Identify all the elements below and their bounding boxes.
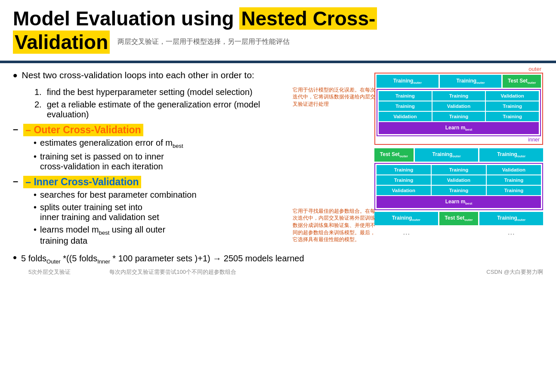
- cell-train-outer-2: Trainingouter: [440, 75, 502, 88]
- inner2-row-2: Training Validation Training: [377, 175, 541, 185]
- inner-sub2a: splits outer training set into: [40, 202, 142, 212]
- cell-v3: Validation: [379, 112, 432, 121]
- cell-train-outer-1: Trainingouter: [377, 75, 439, 88]
- inner2-row-1: Training Training Validation: [377, 165, 541, 175]
- cell-t1: Training: [379, 91, 432, 101]
- bottom-cn-row: 5次外层交叉验证 每次内层交叉验证需要尝试100个不同的超参数组合 CSDN @…: [0, 267, 556, 276]
- third-outer-row: Trainingouter Test Setouter Trainingoute…: [374, 212, 543, 225]
- cell-test-outer-2: Test Setouter: [374, 148, 414, 161]
- outer-cv-box-1: Trainingouter Trainingouter Test Setoute…: [374, 73, 543, 145]
- inner-cv-label: – Inner Cross-Validation: [23, 176, 141, 188]
- numbered-list: 1. find the best hyperparameter setting …: [34, 87, 293, 119]
- cell-t4: Training: [486, 101, 539, 111]
- title-line2: Validation 两层交叉验证，一层用于模型选择，另一层用于性能评估: [13, 31, 543, 54]
- item2-text: get a reliable estimate of the generaliz…: [47, 100, 293, 119]
- cell-t5: Training: [432, 112, 485, 121]
- title-line1: Model Evaluation using Nested Cross-: [13, 8, 543, 30]
- cell-v2: Validation: [432, 101, 485, 111]
- cell-t6: Training: [486, 112, 539, 121]
- cell-train-outer-3: Trainingouter: [415, 148, 479, 161]
- item1-text: find the best hyperparameter setting (mo…: [47, 87, 253, 97]
- numbered-item-1: 1. find the best hyperparameter setting …: [34, 87, 293, 97]
- annotation-inner: 它用于寻找最佳的超参数组合。在每次迭代中，内层交叉验证将外层训练数据分成训练集和…: [293, 208, 377, 243]
- bottom-main-text: • 5 foldsOuter *((5 foldsInner * 100 par…: [13, 251, 543, 265]
- cell-t3: Training: [379, 101, 432, 111]
- inner-row-1: Training Training Validation: [379, 91, 539, 101]
- title-validation: Validation: [13, 31, 110, 54]
- title-highlight: Nested Cross-: [239, 7, 377, 30]
- inner-sub3: • learns model mbest using all outer tra…: [34, 225, 293, 246]
- diagram-area: 它用于估计模型的泛化误差。在每次迭代中，它将训练数据传递给内层交叉验证进行处理 …: [293, 66, 543, 246]
- inner-sub1-text: searches for best parameter combination: [40, 190, 197, 200]
- dash-outer: –: [13, 124, 18, 135]
- bullet-dot-bottom: •: [13, 251, 17, 264]
- inner2-row-3: Validation Training Training: [377, 186, 541, 195]
- inner-cv-box-2: Training Training Validation Training Va…: [374, 163, 543, 210]
- outer-sub2: • training set is passed on to inner cro…: [34, 152, 293, 172]
- inner-label-1: inner: [377, 137, 541, 143]
- outer-sub1-text: estimates generalization error of m: [40, 138, 173, 147]
- subtitle-cn: 两层交叉验证，一层用于模型选择，另一层用于性能评估: [117, 37, 290, 46]
- learn-row-2: Learn mbest: [377, 196, 541, 208]
- csdn-text: CSDN @大白要努力啊: [486, 268, 543, 276]
- header: Model Evaluation using Nested Cross- Val…: [0, 0, 556, 57]
- cn2-text: 每次内层交叉验证需要尝试100个不同的超参数组合: [109, 268, 236, 276]
- outer-sub2b: cross-validation in each iteration: [40, 162, 163, 171]
- cell-t2: Training: [432, 91, 485, 101]
- inner-sub-bullets: • searches for best parameter combinatio…: [34, 190, 293, 246]
- outer-cv-label: – Outer Cross-Validation: [23, 124, 143, 136]
- left-content: • Nest two cross-validation loops into e…: [13, 70, 293, 246]
- cell-train-outer-4: Trainingouter: [479, 148, 543, 161]
- cell-v1: Validation: [486, 91, 539, 101]
- inner-cv-section: – – Inner Cross-Validation: [13, 176, 293, 188]
- outer-sub-bullets: • estimates generalization error of mbes…: [34, 138, 293, 172]
- outer-sub1: • estimates generalization error of mbes…: [34, 138, 293, 149]
- inner-sub2: • splits outer training set into inner t…: [34, 202, 293, 222]
- title-text: Model Evaluation using: [13, 7, 239, 30]
- ellipsis-row: ... ...: [374, 226, 543, 238]
- numbered-item-2: 2. get a reliable estimate of the genera…: [34, 100, 293, 119]
- bottom-rest-text: * 100 parameter sets )+1) → 2505 models …: [112, 254, 304, 263]
- dash-inner: –: [13, 176, 18, 187]
- annotation-outer: 它用于估计模型的泛化误差。在每次迭代中，它将训练数据传递给内层交叉验证进行处理: [293, 86, 377, 108]
- main-bullet-text: Nest two cross-validation loops into eac…: [22, 70, 254, 80]
- inner-sub3a: learns model m: [40, 225, 99, 234]
- cn1-text: 5次外层交叉验证: [28, 268, 71, 276]
- outer-cv-section: – – Outer Cross-Validation: [13, 124, 293, 136]
- learn-row-1: Learn mbest: [379, 122, 539, 134]
- inner-sub2b: inner training and validation set: [40, 212, 159, 222]
- outer-top-row: Trainingouter Trainingouter Test Setoute…: [377, 75, 541, 88]
- inner-cv-box-1: Training Training Validation Training Va…: [377, 89, 541, 136]
- second-outer-row: Test Setouter Trainingouter Trainingoute…: [374, 148, 543, 210]
- inner-sub1: • searches for best parameter combinatio…: [34, 190, 293, 200]
- cell-test-outer-1: Test Setouter: [503, 75, 541, 88]
- second-outer-top-row: Test Setouter Trainingouter Trainingoute…: [374, 148, 543, 161]
- inner-row-2: Training Validation Training: [379, 101, 539, 111]
- bullet-dot-main: •: [13, 68, 18, 83]
- main-bullet: • Nest two cross-validation loops into e…: [13, 70, 293, 83]
- outer-label-text: outer: [374, 66, 541, 72]
- third-outer-top: Trainingouter Test Setouter Trainingoute…: [374, 212, 543, 225]
- bottom-section: • 5 foldsOuter *((5 foldsInner * 100 par…: [0, 246, 556, 267]
- inner-row-3: Validation Training Training: [379, 112, 539, 121]
- outer-sub2a: training set is passed on to inner: [40, 152, 164, 161]
